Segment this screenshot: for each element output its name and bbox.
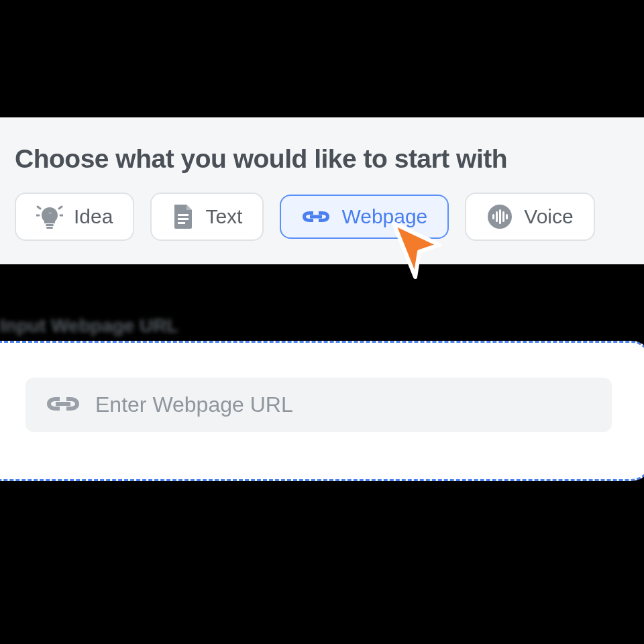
start-options-panel: Choose what you would like to start with… [0, 117, 644, 264]
url-drop-area[interactable]: Enter Webpage URL [0, 341, 644, 481]
svg-rect-16 [56, 402, 70, 406]
svg-rect-6 [178, 214, 189, 216]
option-label: Webpage [341, 205, 427, 228]
svg-line-2 [38, 207, 40, 209]
url-input[interactable]: Enter Webpage URL [25, 378, 612, 432]
option-label: Voice [524, 205, 573, 228]
section-label: Input Webpage URL [0, 315, 644, 337]
svg-rect-15 [506, 214, 508, 219]
option-idea[interactable]: Idea [15, 193, 134, 241]
url-placeholder: Enter Webpage URL [95, 392, 293, 417]
option-webpage[interactable]: Webpage [280, 195, 449, 239]
page-title: Choose what you would like to start with [15, 144, 644, 174]
option-label: Text [205, 205, 242, 228]
svg-line-3 [59, 207, 62, 209]
option-voice[interactable]: Voice [465, 193, 594, 241]
option-text[interactable]: Text [150, 193, 264, 241]
link-icon [46, 394, 80, 416]
svg-rect-8 [178, 222, 185, 224]
audio-icon [486, 203, 513, 230]
svg-rect-13 [499, 209, 501, 224]
options-row: Idea Text Webp [15, 193, 644, 241]
svg-rect-9 [310, 215, 322, 219]
option-label: Idea [74, 205, 113, 228]
svg-rect-7 [178, 218, 189, 220]
svg-rect-14 [502, 211, 504, 222]
svg-rect-0 [46, 224, 54, 226]
lightbulb-icon [36, 203, 63, 230]
document-icon [172, 203, 195, 230]
svg-rect-11 [492, 214, 494, 219]
svg-rect-12 [496, 211, 498, 222]
link-icon [301, 209, 331, 225]
webpage-input-section: Input Webpage URL Enter Webpage URL [0, 315, 644, 481]
svg-rect-1 [46, 227, 53, 229]
